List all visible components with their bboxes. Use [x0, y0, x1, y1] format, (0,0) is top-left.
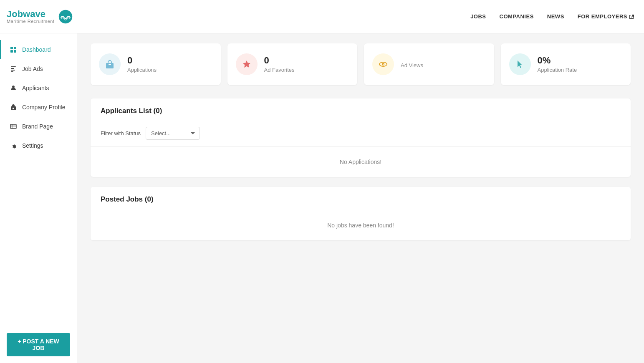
page-layout: Dashboard Job Ads Applicants Company Pro…	[0, 33, 644, 363]
no-jobs-message: No jobs have been found!	[91, 210, 631, 240]
ad-favorites-label: Ad Favorites	[264, 67, 295, 73]
sidebar-nav: Dashboard Job Ads Applicants Company Pro…	[0, 40, 77, 326]
sidebar-item-job-ads[interactable]: Job Ads	[0, 59, 77, 78]
post-job-button[interactable]: + POST A NEW JOB	[7, 333, 70, 356]
briefcase-icon	[104, 59, 115, 70]
logo[interactable]: Jobwave Maritime Recruitment	[7, 9, 73, 24]
ad-views-label: Ad Views	[401, 62, 423, 68]
svg-rect-5	[11, 66, 16, 67]
logo-title: Jobwave	[7, 10, 55, 19]
logo-subtitle: Maritime Recruitment	[7, 19, 55, 24]
sidebar-item-settings[interactable]: Settings	[0, 136, 77, 155]
svg-rect-15	[106, 63, 114, 68]
applicants-list-header: Applicants List (0)	[91, 98, 631, 122]
applications-label: Applications	[127, 67, 157, 73]
eye-icon	[378, 59, 389, 70]
svg-rect-4	[14, 50, 16, 53]
sidebar-label-brand-page: Brand Page	[22, 123, 53, 130]
top-navigation: JOBS COMPANIES NEWS FOR EMPLOYERS	[470, 13, 634, 20]
svg-point-0	[58, 10, 72, 23]
svg-point-20	[383, 64, 384, 65]
posted-jobs-title: Posted Jobs (0)	[101, 195, 621, 204]
dashboard-icon	[10, 46, 17, 53]
nav-news[interactable]: NEWS	[547, 13, 564, 20]
brand-page-icon	[10, 123, 17, 130]
settings-icon	[10, 142, 17, 149]
sidebar-item-applicants[interactable]: Applicants	[0, 78, 77, 98]
ad-views-icon-wrap	[372, 53, 394, 75]
application-rate-icon-wrap	[509, 53, 531, 75]
company-profile-icon	[10, 103, 17, 111]
main-content: 0 Applications 0 Ad Favorites	[77, 33, 644, 363]
no-applications-message: No Applications!	[91, 147, 631, 177]
applicants-icon	[10, 84, 17, 92]
sidebar-label-company-profile: Company Profile	[22, 104, 66, 111]
sidebar-label-applicants: Applicants	[22, 85, 49, 91]
svg-rect-1	[10, 47, 13, 49]
stat-card-applications: 0 Applications	[91, 43, 221, 85]
nav-companies[interactable]: COMPANIES	[500, 13, 534, 20]
stat-card-application-rate: 0% Application Rate	[501, 43, 631, 85]
applications-value: 0	[127, 56, 157, 65]
svg-marker-17	[243, 60, 250, 68]
svg-rect-7	[11, 70, 15, 71]
svg-rect-3	[10, 50, 13, 53]
svg-rect-6	[11, 68, 14, 69]
logo-wave-icon	[58, 9, 73, 24]
ad-favorites-icon-wrap	[236, 53, 258, 75]
cursor-icon	[515, 59, 525, 70]
applicants-list-title: Applicants List (0)	[101, 107, 621, 115]
sidebar-label-settings: Settings	[22, 142, 43, 149]
sidebar-label-dashboard: Dashboard	[22, 46, 51, 53]
sidebar: Dashboard Job Ads Applicants Company Pro…	[0, 33, 77, 363]
nav-jobs[interactable]: JOBS	[470, 13, 486, 20]
sidebar-item-brand-page[interactable]: Brand Page	[0, 117, 77, 136]
filter-label: Filter with Status	[101, 130, 141, 136]
ad-favorites-value: 0	[264, 56, 295, 65]
svg-marker-21	[518, 60, 522, 68]
stat-card-ad-views: Ad Views	[364, 43, 494, 85]
sidebar-item-dashboard[interactable]: Dashboard	[0, 40, 77, 59]
applicants-list-section: Applicants List (0) Filter with Status S…	[91, 98, 631, 177]
nav-employers[interactable]: FOR EMPLOYERS	[578, 13, 634, 20]
svg-rect-2	[14, 47, 16, 49]
external-link-icon	[629, 14, 634, 19]
sidebar-label-job-ads: Job Ads	[22, 66, 43, 72]
status-filter-select[interactable]: Select...	[146, 127, 200, 140]
sidebar-item-company-profile[interactable]: Company Profile	[0, 98, 77, 117]
svg-rect-16	[109, 64, 111, 65]
star-icon	[241, 59, 252, 70]
job-ads-icon	[10, 65, 17, 73]
svg-rect-12	[10, 124, 16, 129]
filter-row: Filter with Status Select...	[91, 122, 631, 147]
application-rate-value: 0%	[538, 56, 577, 65]
applications-icon-wrap	[99, 53, 121, 75]
svg-rect-11	[13, 108, 14, 109]
posted-jobs-header: Posted Jobs (0)	[91, 187, 631, 210]
stats-row: 0 Applications 0 Ad Favorites	[91, 43, 631, 85]
posted-jobs-section: Posted Jobs (0) No jobs have been found!	[91, 187, 631, 240]
topbar: Jobwave Maritime Recruitment JOBS COMPAN…	[0, 0, 644, 33]
svg-rect-8	[11, 71, 13, 72]
application-rate-label: Application Rate	[538, 67, 577, 73]
stat-card-ad-favorites: 0 Ad Favorites	[227, 43, 358, 85]
